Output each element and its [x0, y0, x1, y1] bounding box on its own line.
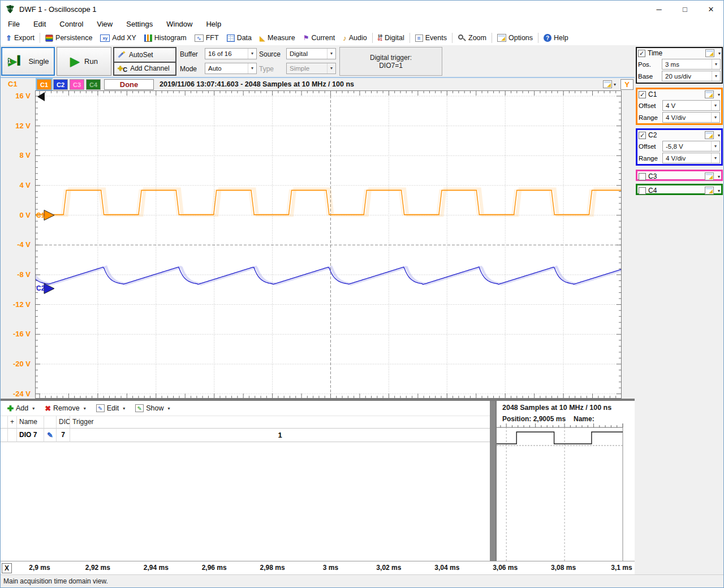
row-selector[interactable] — [0, 429, 8, 442]
table-header-name[interactable]: Name — [17, 416, 44, 429]
c3-checkbox[interactable] — [639, 173, 646, 180]
digital-edit-button[interactable]: ✎Edit▾ — [92, 401, 130, 415]
dropdown-arrow-icon: ▾ — [327, 63, 335, 74]
x-axis-label: 2,92 ms — [85, 564, 110, 572]
c2-range-select[interactable]: 4 V/div▾ — [662, 153, 720, 163]
time-checkbox[interactable]: ✓ — [638, 50, 645, 57]
preview-svg — [497, 423, 636, 562]
toolbar-export[interactable]: ⇑Export — [2, 31, 38, 45]
channel-tab-c4[interactable]: C4 — [86, 79, 101, 90]
options-icon[interactable] — [705, 49, 714, 57]
digital-toolbar-label: Remove — [53, 404, 80, 412]
add-channel-button[interactable]: ✚C Add Channel — [114, 62, 175, 75]
channel-tab-c3[interactable]: C3 — [70, 79, 84, 90]
toolbar-audio[interactable]: ♪Audio — [339, 31, 370, 45]
options-icon[interactable] — [705, 172, 714, 180]
time-base-select[interactable]: 20 us/div▾ — [662, 71, 721, 81]
app-icon — [5, 4, 15, 14]
buffer-select[interactable]: 16 of 16▾ — [205, 48, 257, 59]
trigger-cell[interactable]: 1 — [70, 429, 490, 442]
add-channel-label: Add Channel — [130, 64, 169, 72]
autoset-button[interactable]: ✦ AutoSet — [114, 48, 175, 62]
toolbar-digital[interactable]: 1001Digital — [374, 31, 408, 45]
toolbar-label: Persistence — [55, 34, 92, 42]
mode-select[interactable]: Auto▾ — [205, 63, 257, 74]
toolbar-options[interactable]: Options — [493, 31, 537, 45]
toolbar-measure[interactable]: ◣Measure — [256, 31, 299, 45]
single-button[interactable]: ▶1▍ Single — [1, 47, 55, 76]
menu-control[interactable]: Control — [53, 18, 90, 31]
toolbar-label: Add XY — [112, 34, 136, 42]
c4-checkbox[interactable] — [639, 187, 646, 194]
run-label: Run — [84, 57, 98, 66]
add-channel-icon: ✚C — [118, 64, 127, 73]
signal-name-cell[interactable]: DIO 7 — [17, 429, 44, 442]
y-axis-button[interactable]: Y — [620, 79, 634, 90]
c2-checkbox[interactable]: ✓ — [639, 132, 646, 139]
c1-offset-select[interactable]: 4 V▾ — [662, 100, 720, 111]
menu-settings[interactable]: Settings — [119, 18, 160, 31]
preview-position: Position: 2,9005 ms — [502, 415, 566, 423]
c3-panel: C3 ▾ — [636, 170, 723, 181]
svg-text:C2: C2 — [36, 284, 45, 292]
toolbar-help[interactable]: ?Help — [540, 31, 572, 45]
row-expand[interactable] — [8, 429, 17, 442]
toolbar-add-xy[interactable]: xyAdd XY — [96, 31, 140, 45]
toolbar-zoom[interactable]: Zoom — [454, 31, 490, 45]
autoset-label: AutoSet — [129, 51, 153, 59]
run-button[interactable]: ▶ Run — [57, 47, 111, 76]
table-header-plus[interactable]: + — [8, 416, 17, 429]
preview-name-label: Name: — [574, 415, 594, 423]
table-header-dio[interactable]: DIO — [57, 416, 70, 429]
digital-show-button[interactable]: ✎Show▾ — [131, 401, 174, 415]
minimize-button[interactable]: ─ — [646, 0, 672, 18]
dropdown-arrow-icon: ▾ — [327, 49, 335, 59]
toolbar-events[interactable]: ≡Events — [411, 31, 451, 45]
toolbar-histogram[interactable]: Histogram — [140, 31, 191, 45]
channel-tab-c2[interactable]: C2 — [53, 79, 68, 90]
y-axis-label: 12 V — [15, 122, 31, 130]
c1-range-select[interactable]: 4 V/div▾ — [662, 112, 720, 123]
close-button[interactable]: ✕ — [698, 0, 724, 18]
events-icon: ≡ — [415, 34, 423, 42]
c1-checkbox[interactable]: ✓ — [639, 91, 646, 98]
edit-signal-button[interactable]: ✎ — [44, 429, 57, 442]
source-select[interactable]: Digital▾ — [286, 48, 336, 59]
options-icon[interactable] — [705, 187, 714, 194]
time-pos-select[interactable]: 3 ms▾ — [662, 59, 721, 70]
x-axis-label: 3,02 ms — [376, 564, 401, 572]
maximize-button[interactable]: □ — [672, 0, 698, 18]
vertical-splitter[interactable] — [490, 401, 495, 563]
scope-plot[interactable]: C1C2 — [35, 90, 622, 399]
toolbar-label: Zoom — [468, 34, 486, 42]
c2-offset-select[interactable]: -5,8 V▾ — [662, 141, 720, 152]
toolbar-data[interactable]: Data — [223, 31, 256, 45]
toolbar-label: Options — [508, 34, 533, 42]
toolbar-label: Histogram — [154, 34, 187, 42]
y-axis-label: 8 V — [19, 151, 31, 159]
menu-view[interactable]: View — [90, 18, 119, 31]
menu-edit[interactable]: Edit — [27, 18, 53, 31]
dio-number-cell[interactable]: 7 — [57, 429, 70, 442]
options-icon[interactable] — [705, 131, 714, 139]
options-icon[interactable] — [705, 90, 714, 98]
menu-window[interactable]: Window — [160, 18, 199, 31]
active-channel-label: C1 — [8, 80, 18, 88]
table-header-trigger[interactable]: Trigger — [70, 416, 490, 429]
digital-remove-button[interactable]: ✖Remove▾ — [40, 401, 90, 415]
digital-add-button[interactable]: ✚Add▾ — [3, 401, 39, 415]
x-axis-label: 3,1 ms — [611, 564, 632, 572]
menu-help[interactable]: Help — [199, 18, 228, 31]
menu-file[interactable]: File — [1, 18, 27, 31]
toolbar-persistence[interactable]: Persistence — [41, 31, 96, 45]
channel-tab-c1[interactable]: C1 — [37, 79, 51, 90]
status-badge: Done — [104, 79, 154, 90]
toolbar-fft[interactable]: ∿FFT — [191, 31, 223, 45]
toolbar-current[interactable]: ⚑Current — [299, 31, 339, 45]
x-axis-button[interactable]: X — [2, 563, 12, 573]
scope-header: C1 C1C2C3C4 Done 2019/11/06 13:07:41.603… — [0, 79, 635, 90]
chevron-down-icon: ▾ — [167, 406, 170, 411]
source-value: Digital — [287, 49, 327, 59]
plot-options-button[interactable]: ▾ — [603, 80, 616, 88]
c2-offset-label: Offset — [639, 143, 661, 150]
